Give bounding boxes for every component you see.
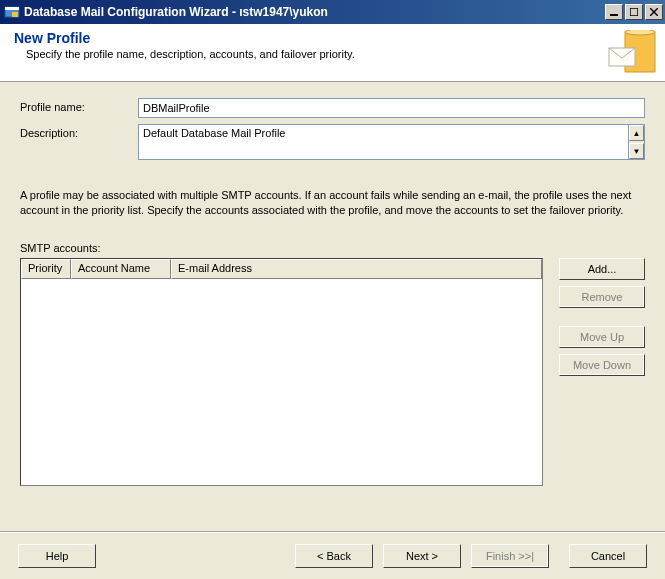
svg-rect-3 <box>610 14 618 16</box>
wizard-content: Profile name: Description: ▲ ▼ A profile… <box>0 82 665 496</box>
svg-rect-2 <box>12 12 18 17</box>
table-header: Priority Account Name E-mail Address <box>21 259 542 279</box>
maximize-button[interactable] <box>625 4 643 20</box>
profile-name-input[interactable] <box>138 98 645 118</box>
move-down-button[interactable]: Move Down <box>559 354 645 376</box>
description-scrollbar[interactable]: ▲ ▼ <box>628 124 645 160</box>
column-email-address[interactable]: E-mail Address <box>171 259 542 279</box>
smtp-accounts-label: SMTP accounts: <box>20 242 645 254</box>
next-button[interactable]: Next > <box>383 544 461 568</box>
minimize-button[interactable] <box>605 4 623 20</box>
page-title: New Profile <box>14 30 607 46</box>
svg-rect-1 <box>5 7 19 10</box>
help-button[interactable]: Help <box>18 544 96 568</box>
app-icon <box>4 4 20 20</box>
column-account-name[interactable]: Account Name <box>71 259 171 279</box>
info-text: A profile may be associated with multipl… <box>20 188 645 218</box>
add-button[interactable]: Add... <box>559 258 645 280</box>
description-input[interactable] <box>138 124 628 160</box>
svg-rect-4 <box>630 8 638 16</box>
header-graphic-icon <box>607 30 659 76</box>
move-up-button[interactable]: Move Up <box>559 326 645 348</box>
finish-button[interactable]: Finish >>| <box>471 544 549 568</box>
column-priority[interactable]: Priority <box>21 259 71 279</box>
back-button[interactable]: < Back <box>295 544 373 568</box>
page-subtitle: Specify the profile name, description, a… <box>26 48 607 60</box>
wizard-header: New Profile Specify the profile name, de… <box>0 24 665 82</box>
wizard-footer: Help < Back Next > Finish >>| Cancel <box>0 531 665 579</box>
profile-name-label: Profile name: <box>20 98 138 113</box>
scroll-up-icon[interactable]: ▲ <box>629 125 644 141</box>
svg-point-8 <box>625 30 655 35</box>
remove-button[interactable]: Remove <box>559 286 645 308</box>
close-button[interactable] <box>645 4 663 20</box>
smtp-accounts-table[interactable]: Priority Account Name E-mail Address <box>20 258 543 486</box>
description-label: Description: <box>20 124 138 139</box>
cancel-button[interactable]: Cancel <box>569 544 647 568</box>
scroll-down-icon[interactable]: ▼ <box>629 143 644 159</box>
title-bar: Database Mail Configuration Wizard - ıst… <box>0 0 665 24</box>
window-title: Database Mail Configuration Wizard - ıst… <box>24 5 605 19</box>
